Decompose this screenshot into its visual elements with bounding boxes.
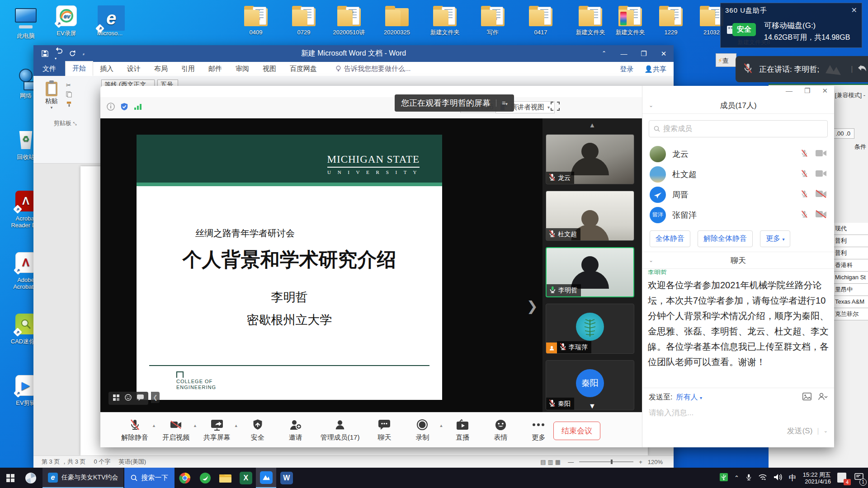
desktop-folder-20200510讲[interactable]: W20200510讲	[327, 5, 371, 36]
cut-button[interactable]: ✂	[66, 80, 93, 90]
desktop-folder-新建文件夹[interactable]: 新建文件夹	[569, 5, 612, 36]
next-slide-arrow[interactable]: ❯	[527, 298, 538, 314]
copy-icon[interactable]	[66, 90, 93, 100]
toolbar-emoji-button[interactable]: 表情	[487, 418, 514, 442]
tray-doc-badge[interactable]: 4	[837, 473, 848, 483]
word-count[interactable]: 0 个字	[94, 458, 111, 466]
security-shield-icon[interactable]	[120, 103, 128, 113]
taskbar-chrome-icon[interactable]	[175, 468, 195, 488]
word-share-button[interactable]: 👤共享	[644, 65, 666, 74]
hidden-icons-chevron[interactable]: ⌃	[734, 474, 739, 481]
word-tab-审阅[interactable]: 审阅	[229, 62, 256, 76]
word-tab-布局[interactable]: 布局	[147, 62, 175, 76]
desktop-icon-evlu[interactable]: evEV录屏	[47, 5, 86, 37]
network-tray-icon[interactable]	[758, 474, 767, 483]
chat-section-header[interactable]: ⌄ 聊天	[642, 252, 834, 269]
word-tab-文件[interactable]: 文件	[33, 62, 65, 76]
toolbar-more-button[interactable]: 更多	[525, 418, 552, 442]
video-tile-李明哲[interactable]: 李明哲	[546, 247, 634, 297]
meeting-close-button[interactable]: ✕	[822, 87, 828, 95]
ime-indicator[interactable]: 中	[789, 473, 797, 483]
mention-member-icon[interactable]	[818, 393, 828, 402]
toolbar-live-button[interactable]: 直播	[449, 418, 476, 442]
360-browser-icon[interactable]	[20, 468, 41, 488]
qat-customize-icon[interactable]: ⸗	[83, 51, 85, 56]
word-tab-插入[interactable]: 插入	[93, 62, 120, 76]
format-painter-icon[interactable]	[66, 100, 93, 110]
desktop-folder-0417[interactable]: 0417	[519, 5, 562, 36]
member-row[interactable]: 杜文超	[642, 164, 834, 184]
taskbar-excel-icon[interactable]: X	[236, 468, 256, 488]
redo-icon[interactable]	[69, 50, 76, 57]
word-maximize-button[interactable]: ❐	[634, 45, 654, 62]
video-tile-李瑞萍[interactable]: 李瑞萍	[546, 304, 634, 354]
toolbar-caret[interactable]: ▲	[152, 423, 156, 428]
paste-button[interactable]: 粘贴▾	[40, 80, 63, 117]
ribbon-display-icon[interactable]: ⌃	[594, 45, 614, 62]
image-attach-icon[interactable]	[802, 393, 811, 402]
word-signin-link[interactable]: 登录	[620, 65, 633, 74]
layout-grid-icon[interactable]	[113, 394, 119, 403]
language-indicator[interactable]: 英语(美国)	[118, 458, 146, 466]
desktop-folder-1229[interactable]: ⟓PDF1229	[649, 5, 693, 36]
video-tile-杜文超[interactable]: 杜文超	[546, 191, 634, 241]
send-button[interactable]: 发送(S)|⌄	[787, 426, 828, 436]
meeting-maximize-button[interactable]: ❐	[804, 87, 810, 95]
more-button[interactable]: 更多 ▾	[760, 230, 790, 247]
word-tab-视图[interactable]: 视图	[256, 62, 283, 76]
mute-all-button[interactable]: 全体静音	[650, 230, 690, 247]
taskbar-word-icon[interactable]: W	[276, 468, 297, 488]
network-quality-icon[interactable]	[134, 103, 142, 112]
chat-input[interactable]: 请输入消息...	[649, 408, 693, 418]
toolbar-mic-muted-button[interactable]: 解除静音	[121, 418, 148, 442]
tooltip-menu-icon[interactable]: ≡▾	[496, 99, 508, 107]
page-indicator[interactable]: 第 3 页 ，共 3 页	[42, 458, 86, 466]
usb-tray-icon[interactable]	[720, 473, 728, 483]
desktop-folder-20200325[interactable]: 20200325	[375, 5, 419, 36]
toolbar-share-screen-button[interactable]: 共享屏幕	[203, 418, 231, 442]
taskbar-clock[interactable]: 15:22 周五 2021/4/16	[803, 471, 831, 485]
toolbar-members-button[interactable]: 管理成员(17)	[321, 418, 360, 442]
word-tellme[interactable]: 告诉我您想要做什么...	[335, 65, 411, 76]
word-minimize-button[interactable]: —	[614, 45, 634, 62]
save-icon[interactable]	[42, 50, 48, 57]
taskbar-window-ktv[interactable]: e 任豪与美女KTV约会	[42, 468, 123, 488]
volume-tray-icon[interactable]	[774, 474, 783, 483]
end-meeting-button[interactable]: 结束会议	[553, 422, 600, 440]
start-button[interactable]	[0, 468, 20, 488]
collapse-chevron-icon[interactable]: ⌄	[649, 252, 653, 269]
member-row[interactable]: 留洋张留洋	[642, 205, 834, 225]
zoom-out-button[interactable]: —	[568, 459, 574, 465]
desktop-folder-0409[interactable]: ⟓PDF0409	[234, 5, 278, 36]
collapse-chevron-icon[interactable]: ⌄	[649, 97, 653, 114]
zoom-in-button[interactable]: +	[639, 459, 642, 465]
desktop-folder-新建文件夹[interactable]: 新建文件夹	[423, 5, 467, 36]
chat-overlay-icon[interactable]	[137, 394, 144, 403]
members-section-header[interactable]: ⌄ 成员(17人)	[642, 97, 834, 114]
word-tab-设计[interactable]: 设计	[120, 62, 147, 76]
view-buttons[interactable]: ▤▥▦	[540, 459, 562, 465]
zoom-slider[interactable]	[579, 461, 633, 462]
word-tab-百度网盘[interactable]: 百度网盘	[283, 62, 324, 76]
word-tab-开始[interactable]: 开始	[65, 61, 93, 76]
video-tile-龙云[interactable]: 龙云	[546, 134, 634, 184]
send-to-selector[interactable]: 所有人 ▾	[676, 393, 702, 402]
undo-icon[interactable]: ▾	[55, 47, 63, 61]
taskbar-explorer-icon[interactable]	[215, 468, 236, 488]
member-search-input[interactable]: 搜索成员	[649, 120, 828, 137]
word-close-button[interactable]: ✕	[654, 45, 674, 62]
unmute-all-button[interactable]: 解除全体静音	[698, 230, 753, 247]
taskbar-search-button[interactable]: 搜索一下	[124, 468, 175, 488]
zoom-level[interactable]: 120%	[648, 459, 663, 465]
overlay-collapse-handle[interactable]: ❮	[151, 392, 160, 403]
scroll-down-arrow[interactable]: ▼	[589, 402, 596, 410]
word-tab-邮件[interactable]: 邮件	[202, 62, 229, 76]
desktop-icon-edge[interactable]: eMicroso...	[90, 5, 129, 37]
toolbar-shield-button[interactable]: 安全	[245, 418, 271, 442]
taskbar-meeting-app-icon[interactable]	[256, 468, 276, 488]
toolbar-chat-button[interactable]: 聊天	[371, 418, 397, 442]
share-overlay-toolbar[interactable]	[108, 392, 148, 405]
toolbar-invite-button[interactable]: 邀请	[283, 418, 309, 442]
fullscreen-icon[interactable]	[551, 102, 560, 113]
tray-mic-icon[interactable]	[745, 473, 752, 483]
